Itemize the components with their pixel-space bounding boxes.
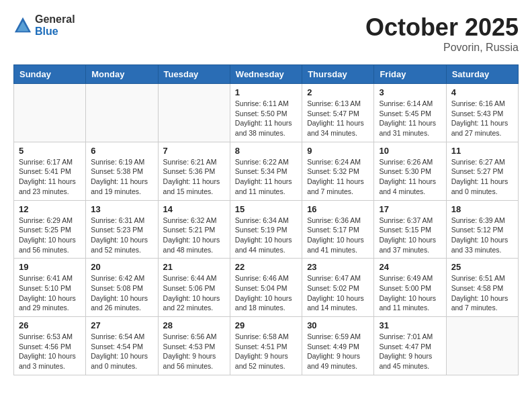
week-row-1: 1Sunrise: 6:11 AM Sunset: 5:50 PM Daylig… (14, 84, 519, 142)
day-number: 1 (235, 87, 297, 97)
day-info: Sunrise: 6:22 AM Sunset: 5:34 PM Dayligh… (235, 157, 297, 197)
day-number: 28 (163, 320, 225, 330)
weekday-header-row: SundayMondayTuesdayWednesdayThursdayFrid… (14, 65, 519, 84)
calendar-cell: 9Sunrise: 6:24 AM Sunset: 5:32 PM Daylig… (302, 142, 374, 200)
day-number: 12 (19, 204, 81, 214)
day-number: 29 (235, 320, 297, 330)
calendar-cell (158, 84, 230, 142)
calendar-cell: 27Sunrise: 6:54 AM Sunset: 4:54 PM Dayli… (86, 317, 158, 375)
day-info: Sunrise: 6:14 AM Sunset: 5:45 PM Dayligh… (379, 99, 441, 138)
day-info: Sunrise: 6:27 AM Sunset: 5:27 PM Dayligh… (451, 157, 513, 197)
day-number: 8 (235, 146, 297, 156)
title-block: October 2025 Povorin, Russia (365, 13, 519, 54)
calendar-cell: 15Sunrise: 6:34 AM Sunset: 5:19 PM Dayli… (230, 200, 302, 259)
day-number: 20 (91, 262, 152, 272)
logo: General Blue (13, 13, 75, 37)
day-info: Sunrise: 7:01 AM Sunset: 4:47 PM Dayligh… (379, 332, 441, 371)
logo-blue-text: Blue (35, 26, 75, 38)
day-number: 30 (307, 320, 369, 330)
day-number: 26 (19, 320, 81, 330)
calendar-cell: 28Sunrise: 6:56 AM Sunset: 4:53 PM Dayli… (158, 317, 230, 375)
week-row-5: 26Sunrise: 6:53 AM Sunset: 4:56 PM Dayli… (14, 317, 519, 375)
calendar-table: SundayMondayTuesdayWednesdayThursdayFrid… (13, 64, 519, 375)
day-info: Sunrise: 6:11 AM Sunset: 5:50 PM Dayligh… (235, 99, 297, 138)
calendar-cell: 8Sunrise: 6:22 AM Sunset: 5:34 PM Daylig… (230, 142, 302, 200)
day-info: Sunrise: 6:46 AM Sunset: 5:04 PM Dayligh… (235, 273, 297, 313)
day-info: Sunrise: 6:59 AM Sunset: 4:49 PM Dayligh… (307, 332, 369, 371)
day-number: 10 (379, 146, 441, 156)
calendar-cell: 6Sunrise: 6:19 AM Sunset: 5:38 PM Daylig… (86, 142, 158, 200)
calendar-cell (86, 84, 158, 142)
weekday-header-saturday: Saturday (446, 65, 518, 84)
logo-text: General Blue (35, 13, 75, 37)
calendar-cell: 10Sunrise: 6:26 AM Sunset: 5:30 PM Dayli… (374, 142, 446, 200)
day-number: 13 (91, 204, 152, 214)
day-info: Sunrise: 6:32 AM Sunset: 5:21 PM Dayligh… (163, 216, 225, 255)
day-info: Sunrise: 6:58 AM Sunset: 4:51 PM Dayligh… (235, 332, 297, 371)
day-info: Sunrise: 6:51 AM Sunset: 4:58 PM Dayligh… (451, 273, 513, 313)
day-number: 21 (163, 262, 225, 272)
day-number: 19 (19, 262, 81, 272)
calendar-cell: 12Sunrise: 6:29 AM Sunset: 5:25 PM Dayli… (14, 200, 86, 259)
day-info: Sunrise: 6:42 AM Sunset: 5:08 PM Dayligh… (91, 273, 152, 313)
calendar-cell: 17Sunrise: 6:37 AM Sunset: 5:15 PM Dayli… (374, 200, 446, 259)
calendar-cell: 21Sunrise: 6:44 AM Sunset: 5:06 PM Dayli… (158, 259, 230, 317)
day-number: 24 (379, 262, 441, 272)
week-row-4: 19Sunrise: 6:41 AM Sunset: 5:10 PM Dayli… (14, 259, 519, 317)
calendar-title: October 2025 (365, 13, 519, 42)
day-info: Sunrise: 6:39 AM Sunset: 5:12 PM Dayligh… (451, 216, 513, 255)
calendar-cell: 7Sunrise: 6:21 AM Sunset: 5:36 PM Daylig… (158, 142, 230, 200)
calendar-cell: 1Sunrise: 6:11 AM Sunset: 5:50 PM Daylig… (230, 84, 302, 142)
calendar-cell: 22Sunrise: 6:46 AM Sunset: 5:04 PM Dayli… (230, 259, 302, 317)
week-row-3: 12Sunrise: 6:29 AM Sunset: 5:25 PM Dayli… (14, 200, 519, 259)
calendar-cell: 29Sunrise: 6:58 AM Sunset: 4:51 PM Dayli… (230, 317, 302, 375)
calendar-cell: 31Sunrise: 7:01 AM Sunset: 4:47 PM Dayli… (374, 317, 446, 375)
day-info: Sunrise: 6:29 AM Sunset: 5:25 PM Dayligh… (19, 216, 81, 255)
calendar-cell: 19Sunrise: 6:41 AM Sunset: 5:10 PM Dayli… (14, 259, 86, 317)
calendar-cell: 16Sunrise: 6:36 AM Sunset: 5:17 PM Dayli… (302, 200, 374, 259)
calendar-cell: 20Sunrise: 6:42 AM Sunset: 5:08 PM Dayli… (86, 259, 158, 317)
day-info: Sunrise: 6:36 AM Sunset: 5:17 PM Dayligh… (307, 216, 369, 255)
day-info: Sunrise: 6:41 AM Sunset: 5:10 PM Dayligh… (19, 273, 81, 313)
day-info: Sunrise: 6:24 AM Sunset: 5:32 PM Dayligh… (307, 157, 369, 197)
day-number: 9 (307, 146, 369, 156)
day-info: Sunrise: 6:37 AM Sunset: 5:15 PM Dayligh… (379, 216, 441, 255)
calendar-cell: 25Sunrise: 6:51 AM Sunset: 4:58 PM Dayli… (446, 259, 518, 317)
calendar-cell: 5Sunrise: 6:17 AM Sunset: 5:41 PM Daylig… (14, 142, 86, 200)
day-info: Sunrise: 6:31 AM Sunset: 5:23 PM Dayligh… (91, 216, 152, 255)
day-number: 4 (451, 87, 513, 97)
weekday-header-friday: Friday (374, 65, 446, 84)
day-number: 31 (379, 320, 441, 330)
week-row-2: 5Sunrise: 6:17 AM Sunset: 5:41 PM Daylig… (14, 142, 519, 200)
calendar-cell: 3Sunrise: 6:14 AM Sunset: 5:45 PM Daylig… (374, 84, 446, 142)
day-number: 14 (163, 204, 225, 214)
weekday-header-wednesday: Wednesday (230, 65, 302, 84)
day-number: 2 (307, 87, 369, 97)
logo-general-text: General (35, 13, 75, 26)
day-info: Sunrise: 6:49 AM Sunset: 5:00 PM Dayligh… (379, 273, 441, 313)
calendar-cell: 26Sunrise: 6:53 AM Sunset: 4:56 PM Dayli… (14, 317, 86, 375)
day-info: Sunrise: 6:16 AM Sunset: 5:43 PM Dayligh… (451, 99, 513, 138)
day-info: Sunrise: 6:56 AM Sunset: 4:53 PM Dayligh… (163, 332, 225, 371)
day-info: Sunrise: 6:21 AM Sunset: 5:36 PM Dayligh… (163, 157, 225, 197)
day-number: 25 (451, 262, 513, 272)
day-number: 16 (307, 204, 369, 214)
day-info: Sunrise: 6:13 AM Sunset: 5:47 PM Dayligh… (307, 99, 369, 138)
calendar-cell: 18Sunrise: 6:39 AM Sunset: 5:12 PM Dayli… (446, 200, 518, 259)
calendar-cell: 23Sunrise: 6:47 AM Sunset: 5:02 PM Dayli… (302, 259, 374, 317)
logo-icon (13, 16, 32, 35)
day-number: 17 (379, 204, 441, 214)
page-header: General Blue October 2025 Povorin, Russi… (13, 13, 519, 54)
calendar-cell: 14Sunrise: 6:32 AM Sunset: 5:21 PM Dayli… (158, 200, 230, 259)
calendar-cell: 2Sunrise: 6:13 AM Sunset: 5:47 PM Daylig… (302, 84, 374, 142)
day-number: 27 (91, 320, 152, 330)
calendar-cell (14, 84, 86, 142)
day-number: 11 (451, 146, 513, 156)
calendar-location: Povorin, Russia (365, 42, 519, 54)
day-number: 5 (19, 146, 81, 156)
day-number: 23 (307, 262, 369, 272)
day-info: Sunrise: 6:44 AM Sunset: 5:06 PM Dayligh… (163, 273, 225, 313)
day-info: Sunrise: 6:53 AM Sunset: 4:56 PM Dayligh… (19, 332, 81, 371)
day-number: 15 (235, 204, 297, 214)
day-info: Sunrise: 6:54 AM Sunset: 4:54 PM Dayligh… (91, 332, 152, 371)
